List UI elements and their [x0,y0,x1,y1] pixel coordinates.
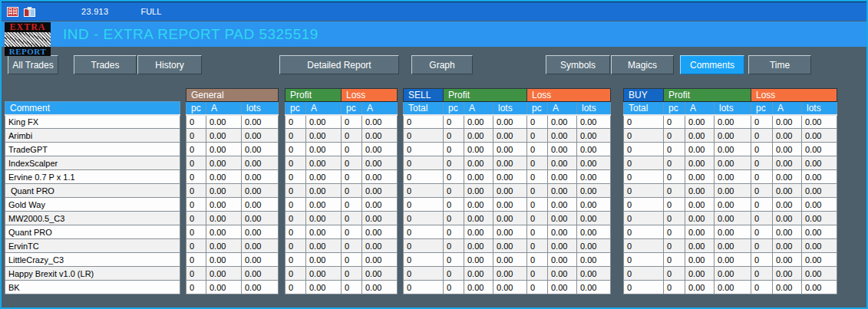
value-cell: 0 [444,225,464,239]
value-cell: 0 [664,129,685,143]
value-cell: 0.00 [715,156,751,170]
value-cell: 0 [404,267,444,281]
table-row: 000.000.0000.000.00 [404,129,611,143]
column-header-pc: pc [342,102,362,115]
value-cell: 0.00 [577,267,611,281]
value-cell: 0 [527,198,548,212]
tab-trades[interactable]: Trades [74,55,137,74]
value-cell: 0 [444,281,464,294]
table-row: 00.000.00 [186,115,279,129]
value-cell: 0 [624,143,664,156]
value-cell: 0.00 [306,115,342,129]
value-cell: 0.00 [715,170,751,184]
value-cell: 0.00 [206,239,242,253]
value-cell: 0.00 [242,267,279,281]
value-cell: 0 [751,267,773,281]
report-window: 23.913 FULL IND - EXTRA REPORT PAD 53255… [0,0,868,309]
sell-table: SELLProfitLossTotalpcAlotspcAlots000.000… [403,88,611,294]
page-title: IND - EXTRA REPORT PAD 5325519 [63,26,318,43]
group-header-profit: Profit [285,89,342,102]
value-cell: 0 [664,239,685,253]
value-cell: 0.00 [548,198,577,212]
tab-graph[interactable]: Graph [411,55,473,74]
table-row: 000.000.0000.000.00 [624,170,837,184]
group-header-sell: SELL [404,89,444,102]
table-row: 000.000.0000.000.00 [624,253,837,267]
tab-detailed-report[interactable]: Detailed Report [279,55,399,74]
table-row: LittleCrazy_C3 [5,253,180,267]
table-row: 00.0000.00 [285,184,398,198]
value-cell: 0.00 [548,267,577,281]
tab-comments[interactable]: Comments [680,55,744,74]
column-header-a: A [548,102,577,115]
value-cell: 0.00 [802,115,837,129]
value-cell: 0 [624,267,664,281]
table-row: 00.000.00 [186,184,279,198]
tiles-icon[interactable] [24,7,35,17]
table-row: 000.000.0000.000.00 [404,198,611,212]
mode-label: FULL [140,7,161,16]
group-header-loss: Loss [751,89,837,102]
value-cell: 0.00 [464,170,493,184]
tab-symbols[interactable]: Symbols [546,55,610,74]
column-header-lots: lots [802,102,837,115]
topbar: 23.913 FULL [2,2,866,21]
value-cell: 0 [285,225,306,239]
value-cell: 0 [186,184,206,198]
group-header-buy: BUY [624,89,664,102]
value-cell: 0 [342,239,362,253]
table-icon[interactable] [7,7,18,17]
value-cell: 0 [664,281,685,294]
profit-loss-table: ProfitLosspcApcA00.0000.0000.0000.0000.0… [285,88,398,294]
table-row: 00.0000.00 [285,143,398,156]
value-cell: 0.00 [548,156,577,170]
tab-time[interactable]: Time [748,55,811,74]
value-cell: 0.00 [802,170,837,184]
value-cell: 0 [664,143,685,156]
value-cell: 0.00 [773,143,802,156]
value-cell: 0.00 [577,212,611,225]
table-row: 000.000.0000.000.00 [404,239,611,253]
tab-history[interactable]: History [137,55,202,74]
value-cell: 0 [751,129,773,143]
value-cell: 0 [285,267,306,281]
comment-cell: Happy Brexit v1.0 (LR) [5,267,180,281]
value-cell: 0.00 [685,170,715,184]
value-cell: 0.00 [773,198,802,212]
value-cell: 0 [527,267,548,281]
value-cell: 0.00 [306,184,342,198]
tab-all-trades[interactable]: All Trades [8,55,58,74]
table-row: 00.0000.00 [285,198,398,212]
tab-magics[interactable]: Magics [611,55,674,74]
value-cell: 0 [664,212,685,225]
value-cell: 0.00 [206,115,242,129]
value-cell: 0.00 [715,115,751,129]
value-cell: 0.00 [802,212,837,225]
group-header-profit: Profit [664,89,751,102]
value-cell: 0 [444,253,464,267]
value-cell: 0.00 [242,115,279,129]
value-cell: 0.00 [306,143,342,156]
value-cell: 0.00 [306,198,342,212]
value-cell: 0.00 [206,198,242,212]
column-header-lots: lots [577,102,611,115]
value-cell: 0 [624,115,664,129]
table-row: 000.000.0000.000.00 [624,184,837,198]
value-cell: 0.00 [206,129,242,143]
value-cell: 0 [664,267,685,281]
value-cell: 0.00 [802,129,837,143]
table-row: 00.000.00 [186,198,279,212]
value-cell: 0.00 [464,184,493,198]
value-cell: 0.00 [548,253,577,267]
value-cell: 0.00 [242,281,279,294]
value-cell: 0 [186,143,206,156]
table-row: 000.000.0000.000.00 [404,156,611,170]
table-row: 000.000.0000.000.00 [624,212,837,225]
value-cell: 0 [444,212,464,225]
value-cell: 0.00 [493,225,527,239]
value-cell: 0.00 [464,225,493,239]
table-row: 000.000.0000.000.00 [624,267,837,281]
value-cell: 0 [404,198,444,212]
value-cell: 0 [285,129,306,143]
value-cell: 0.00 [685,115,715,129]
